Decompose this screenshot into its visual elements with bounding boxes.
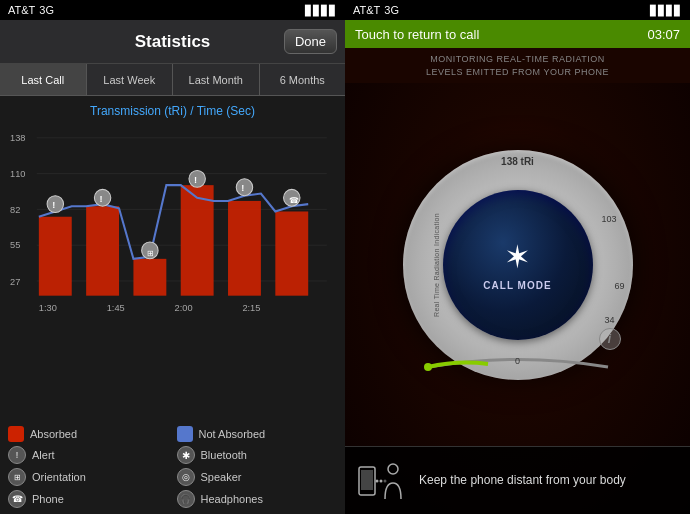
svg-text:27: 27: [10, 277, 20, 287]
left-status-left: AT&T 3G: [8, 4, 54, 16]
left-panel: AT&T 3G ▊▊▊▊ Statistics Done Last Call L…: [0, 0, 345, 514]
svg-text:82: 82: [10, 204, 20, 214]
svg-point-35: [388, 464, 398, 474]
gauge-103-label: 103: [601, 214, 616, 224]
tab-last-month[interactable]: Last Month: [173, 64, 260, 95]
legend-headphones: 🎧 Headphones: [177, 490, 338, 508]
gauge-69-label: 69: [614, 281, 624, 291]
right-battery: ▊▊▊▊: [650, 5, 682, 16]
gauge-top-label: 138 tRi: [501, 156, 534, 167]
right-network: 3G: [384, 4, 399, 16]
tab-bar: Last Call Last Week Last Month 6 Months: [0, 64, 345, 96]
headphones-label: Headphones: [201, 493, 263, 505]
chart-svg: 138 110 82 55 27: [8, 122, 337, 322]
speaker-icon: ◎: [177, 468, 195, 486]
tab-6-months[interactable]: 6 Months: [260, 64, 346, 95]
alert-icon: !: [8, 446, 26, 464]
tip-text: Keep the phone distant from your body: [419, 472, 626, 489]
chart-area: Transmission (tRi) / Time (Sec) 138 110 …: [0, 96, 345, 420]
absorbed-color: [8, 426, 24, 442]
orientation-icon: ⊞: [8, 468, 26, 486]
svg-text:☎: ☎: [289, 195, 299, 205]
not-absorbed-color: [177, 426, 193, 442]
gauge-inner: ✶ CALL MODE: [443, 190, 593, 340]
svg-text:138: 138: [10, 133, 25, 143]
call-mode-label: CALL MODE: [483, 280, 551, 291]
svg-rect-14: [228, 201, 261, 296]
svg-text:2:15: 2:15: [242, 303, 260, 313]
left-carrier: AT&T: [8, 4, 35, 16]
svg-point-36: [376, 479, 379, 482]
monitoring-text: MONITORING REAL-TIME RADIATION LEVELS EM…: [345, 48, 690, 83]
tip-illustration: [357, 459, 407, 503]
svg-text:1:45: 1:45: [107, 303, 125, 313]
svg-text:1:30: 1:30: [39, 303, 57, 313]
svg-text:!: !: [194, 175, 197, 185]
orientation-label: Orientation: [32, 471, 86, 483]
phone-icon: ☎: [8, 490, 26, 508]
call-bar[interactable]: Touch to return to call 03:07: [345, 20, 690, 48]
svg-rect-12: [133, 259, 166, 296]
svg-rect-10: [39, 217, 72, 296]
svg-rect-34: [361, 470, 373, 490]
gauge-outer: 138 tRi 103 69 34 0 Real Time Radiation …: [403, 150, 633, 380]
legend-alert: ! Alert: [8, 446, 169, 464]
statistics-title: Statistics: [135, 32, 211, 52]
svg-point-38: [384, 479, 387, 482]
headphones-icon: 🎧: [177, 490, 195, 508]
left-battery: ▊▊▊▊: [305, 5, 337, 16]
info-button[interactable]: i: [599, 328, 621, 350]
left-status-bar: AT&T 3G ▊▊▊▊: [0, 0, 345, 20]
absorbed-label: Absorbed: [30, 428, 77, 440]
svg-text:2:00: 2:00: [175, 303, 193, 313]
tip-bar: Keep the phone distant from your body: [345, 446, 690, 514]
done-button[interactable]: Done: [284, 29, 337, 54]
legend-bluetooth: ✱ Bluetooth: [177, 446, 338, 464]
svg-rect-13: [181, 185, 214, 296]
phone-label: Phone: [32, 493, 64, 505]
gauge-0-label: 0: [515, 356, 520, 366]
bluetooth-center-icon: ✶: [504, 238, 531, 276]
svg-point-37: [380, 479, 383, 482]
svg-text:55: 55: [10, 240, 20, 250]
svg-text:!: !: [100, 194, 103, 204]
left-network: 3G: [39, 4, 54, 16]
legend-phone: ☎ Phone: [8, 490, 169, 508]
monitoring-line1: MONITORING REAL-TIME RADIATION: [430, 54, 605, 64]
speaker-label: Speaker: [201, 471, 242, 483]
legend-speaker: ◎ Speaker: [177, 468, 338, 486]
svg-rect-15: [275, 211, 308, 295]
call-timer: 03:07: [647, 27, 680, 42]
svg-text:⊞: ⊞: [147, 248, 154, 258]
call-bar-text: Touch to return to call: [355, 27, 479, 42]
alert-label: Alert: [32, 449, 55, 461]
right-status-left: AT&T 3G: [353, 4, 399, 16]
gauge-side-text: Real Time Radiation Indication: [433, 213, 440, 317]
right-status-bar: AT&T 3G ▊▊▊▊: [345, 0, 690, 20]
legend-not-absorbed: Not Absorbed: [177, 426, 338, 442]
svg-text:!: !: [52, 200, 55, 210]
right-carrier: AT&T: [353, 4, 380, 16]
title-bar: Statistics Done: [0, 20, 345, 64]
bluetooth-label: Bluetooth: [201, 449, 247, 461]
left-status-right: ▊▊▊▊: [305, 5, 337, 16]
right-panel: AT&T 3G ▊▊▊▊ Touch to return to call 03:…: [345, 0, 690, 514]
svg-rect-11: [86, 206, 119, 295]
gauge-area: 138 tRi 103 69 34 0 Real Time Radiation …: [345, 83, 690, 446]
gauge-34-label: 34: [604, 315, 614, 325]
chart-container: 138 110 82 55 27: [8, 122, 337, 322]
chart-title: Transmission (tRi) / Time (Sec): [8, 104, 337, 118]
not-absorbed-label: Not Absorbed: [199, 428, 266, 440]
legend-orientation: ⊞ Orientation: [8, 468, 169, 486]
tab-last-week[interactable]: Last Week: [87, 64, 174, 95]
legend: Absorbed Not Absorbed ! Alert ✱ Bluetoot…: [0, 420, 345, 514]
tab-last-call[interactable]: Last Call: [0, 64, 87, 95]
monitoring-line2: LEVELS EMITTED FROM YOUR PHONE: [426, 67, 609, 77]
bluetooth-legend-icon: ✱: [177, 446, 195, 464]
svg-text:!: !: [241, 183, 244, 193]
legend-absorbed: Absorbed: [8, 426, 169, 442]
right-status-right: ▊▊▊▊: [650, 5, 682, 16]
tip-icon-group: [357, 459, 407, 503]
svg-text:110: 110: [10, 169, 25, 179]
